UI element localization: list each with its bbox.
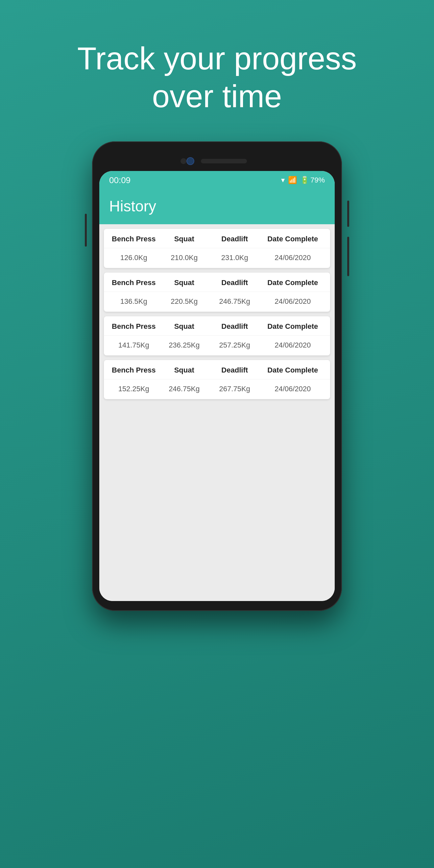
squat-value: 236.25Kg: [159, 341, 209, 349]
status-icons: ▾ 📶 🔋 79%: [281, 176, 325, 184]
headline-text: Track your progress: [77, 41, 357, 76]
phone-side-button-right: [347, 200, 349, 227]
col-deadlift-header: Deadlift: [210, 322, 260, 331]
history-card: Bench Press Squat Deadlift Date Complete…: [104, 273, 330, 312]
col-deadlift-header: Deadlift: [210, 278, 260, 287]
col-date-header: Date Complete: [260, 278, 326, 287]
date-value: 24/06/2020: [260, 341, 326, 349]
status-bar: 00:09 ▾ 📶 🔋 79%: [99, 171, 335, 189]
col-bench-press-header: Bench Press: [108, 322, 159, 331]
headline: Track your progress over time: [51, 0, 383, 142]
card-data-row: 152.25Kg 246.75Kg 267.75Kg 24/06/2020: [104, 379, 330, 399]
deadlift-value: 246.75Kg: [210, 297, 260, 306]
phone-side-button-right-2: [347, 237, 349, 276]
camera-dot-large: [186, 157, 194, 165]
camera-dot-small: [181, 158, 186, 164]
col-deadlift-header: Deadlift: [210, 366, 260, 374]
phone-screen: 00:09 ▾ 📶 🔋 79% History Bench Press Squa…: [99, 171, 335, 601]
col-bench-press-header: Bench Press: [108, 366, 159, 374]
history-list: Bench Press Squat Deadlift Date Complete…: [99, 224, 335, 404]
col-squat-header: Squat: [159, 366, 209, 374]
card-header-row: Bench Press Squat Deadlift Date Complete: [104, 273, 330, 292]
squat-value: 246.75Kg: [159, 385, 209, 393]
col-bench-press-header: Bench Press: [108, 235, 159, 243]
col-date-header: Date Complete: [260, 322, 326, 331]
col-date-header: Date Complete: [260, 235, 326, 243]
col-deadlift-header: Deadlift: [210, 235, 260, 243]
history-card: Bench Press Squat Deadlift Date Complete…: [104, 360, 330, 399]
col-squat-header: Squat: [159, 235, 209, 243]
card-header-row: Bench Press Squat Deadlift Date Complete: [104, 360, 330, 379]
deadlift-value: 267.75Kg: [210, 385, 260, 393]
card-header-row: Bench Press Squat Deadlift Date Complete: [104, 316, 330, 336]
date-value: 24/06/2020: [260, 385, 326, 393]
card-data-row: 141.75Kg 236.25Kg 257.25Kg 24/06/2020: [104, 336, 330, 355]
phone-wrapper: 00:09 ▾ 📶 🔋 79% History Bench Press Squa…: [92, 142, 342, 611]
battery-percent: 79%: [310, 176, 325, 184]
history-card: Bench Press Squat Deadlift Date Complete…: [104, 316, 330, 355]
battery-icon: 🔋 79%: [300, 176, 325, 184]
col-bench-press-header: Bench Press: [108, 278, 159, 287]
wifi-icon: ▾: [281, 176, 285, 184]
history-card: Bench Press Squat Deadlift Date Complete…: [104, 229, 330, 268]
bench-press-value: 141.75Kg: [108, 341, 159, 349]
speaker-bar: [201, 159, 247, 163]
headline-text2: over time: [152, 79, 282, 114]
status-time: 00:09: [109, 175, 130, 185]
col-squat-header: Squat: [159, 322, 209, 331]
squat-value: 210.0Kg: [159, 253, 209, 262]
phone-side-button-left: [85, 214, 87, 247]
app-title: History: [109, 197, 325, 215]
empty-area: [99, 404, 335, 601]
phone-top-bar: [99, 151, 335, 171]
phone-outer: 00:09 ▾ 📶 🔋 79% History Bench Press Squa…: [92, 142, 342, 611]
col-date-header: Date Complete: [260, 366, 326, 374]
date-value: 24/06/2020: [260, 297, 326, 306]
bench-press-value: 136.5Kg: [108, 297, 159, 306]
bench-press-value: 152.25Kg: [108, 385, 159, 393]
date-value: 24/06/2020: [260, 253, 326, 262]
deadlift-value: 231.0Kg: [210, 253, 260, 262]
card-data-row: 126.0Kg 210.0Kg 231.0Kg 24/06/2020: [104, 248, 330, 268]
card-header-row: Bench Press Squat Deadlift Date Complete: [104, 229, 330, 248]
squat-value: 220.5Kg: [159, 297, 209, 306]
deadlift-value: 257.25Kg: [210, 341, 260, 349]
bench-press-value: 126.0Kg: [108, 253, 159, 262]
app-header: History: [99, 189, 335, 224]
card-data-row: 136.5Kg 220.5Kg 246.75Kg 24/06/2020: [104, 292, 330, 312]
signal-icon: 📶: [288, 176, 297, 184]
col-squat-header: Squat: [159, 278, 209, 287]
